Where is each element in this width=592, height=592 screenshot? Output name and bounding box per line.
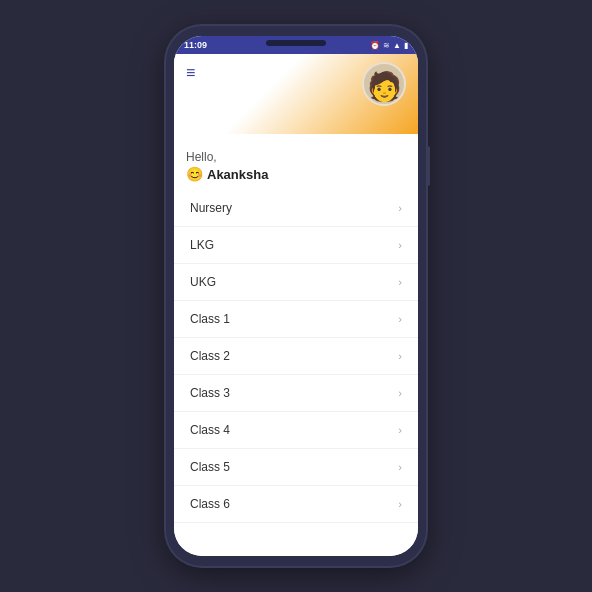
- phone-screen: 11:09 ⏰ ≋ ▲ ▮ ≡ 🧑 Hello, 😊 Akanksha: [174, 36, 418, 556]
- list-item[interactable]: Nursery›: [174, 190, 418, 227]
- list-item-label: Class 3: [190, 386, 230, 400]
- chevron-right-icon: ›: [398, 424, 402, 436]
- alarm-icon: ⏰: [370, 41, 380, 50]
- class-list: Nursery›LKG›UKG›Class 1›Class 2›Class 3›…: [174, 190, 418, 556]
- user-name-row: 😊 Akanksha: [186, 166, 406, 182]
- list-item[interactable]: Class 1›: [174, 301, 418, 338]
- wifi-icon: ≋: [383, 41, 390, 50]
- chevron-right-icon: ›: [398, 313, 402, 325]
- status-icons: ⏰ ≋ ▲ ▮: [370, 41, 408, 50]
- chevron-right-icon: ›: [398, 498, 402, 510]
- list-item[interactable]: Class 2›: [174, 338, 418, 375]
- list-item[interactable]: LKG›: [174, 227, 418, 264]
- signal-icon: ▲: [393, 41, 401, 50]
- list-item-label: Class 4: [190, 423, 230, 437]
- chevron-right-icon: ›: [398, 239, 402, 251]
- phone-frame: 11:09 ⏰ ≋ ▲ ▮ ≡ 🧑 Hello, 😊 Akanksha: [166, 26, 426, 566]
- list-item-label: Class 1: [190, 312, 230, 326]
- chevron-right-icon: ›: [398, 350, 402, 362]
- list-item-label: LKG: [190, 238, 214, 252]
- list-item[interactable]: Class 5›: [174, 449, 418, 486]
- list-item[interactable]: Class 4›: [174, 412, 418, 449]
- avatar[interactable]: 🧑: [362, 62, 406, 106]
- user-emoji: 😊: [186, 166, 203, 182]
- list-item-label: Class 6: [190, 497, 230, 511]
- list-item[interactable]: Class 6›: [174, 486, 418, 523]
- chevron-right-icon: ›: [398, 202, 402, 214]
- list-item[interactable]: Class 3›: [174, 375, 418, 412]
- hello-text: Hello,: [186, 150, 406, 164]
- list-item-label: Class 2: [190, 349, 230, 363]
- chevron-right-icon: ›: [398, 387, 402, 399]
- list-item-label: UKG: [190, 275, 216, 289]
- list-item[interactable]: UKG›: [174, 264, 418, 301]
- header-area: ≡ 🧑: [174, 54, 418, 134]
- status-bar: 11:09 ⏰ ≋ ▲ ▮: [174, 36, 418, 54]
- avatar-emoji: 🧑: [367, 73, 402, 101]
- list-item-label: Class 5: [190, 460, 230, 474]
- chevron-right-icon: ›: [398, 276, 402, 288]
- user-name: Akanksha: [207, 167, 268, 182]
- list-item-label: Nursery: [190, 201, 232, 215]
- greeting-area: Hello, 😊 Akanksha: [174, 150, 418, 190]
- status-time: 11:09: [184, 40, 207, 50]
- side-button: [426, 146, 430, 186]
- chevron-right-icon: ›: [398, 461, 402, 473]
- battery-icon: ▮: [404, 41, 408, 50]
